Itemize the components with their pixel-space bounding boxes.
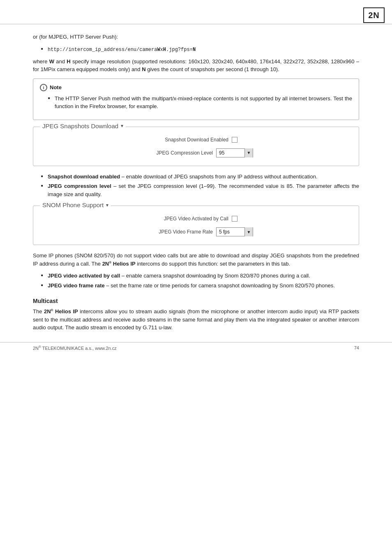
top-border [0, 24, 392, 24]
snom-chevron-icon[interactable]: ▾ [106, 202, 108, 208]
note-title: Note [50, 84, 62, 90]
jpeg-bullet-1: Snapshot download enabled – enable downl… [41, 173, 359, 181]
intro-mjpeg: or (for MJPEG, HTTP Server Push): [33, 33, 359, 41]
jpeg-compression-label: JPEG Compression Level [139, 150, 213, 156]
jpeg-snapshots-label: JPEG Snapshots Download [42, 123, 118, 130]
jpeg-compression-value: 95 [217, 150, 244, 156]
snom-bullet-2: JPEG video frame rate – set the frame ra… [41, 282, 359, 290]
note-text: The HTTP Server Push method with the mul… [48, 95, 352, 111]
logo-mark: 2N [363, 7, 385, 23]
jpeg-bullet-1-bold: Snapshot download enabled [48, 173, 120, 180]
mjpeg-url-item: http://intercom_ip_address/enu/cameraWxH… [41, 45, 359, 53]
note-box: i Note The HTTP Server Push method with … [33, 79, 359, 120]
jpeg-framerate-label: JPEG Video Frame Rate [139, 229, 213, 235]
snom-bullets: JPEG video activated by call – enable ca… [41, 272, 359, 289]
wh-description: where W and H specify image resolution (… [33, 58, 359, 74]
jpeg-bullet-2-bold: JPEG compression level [48, 183, 111, 189]
jpeg-framerate-select[interactable]: 5 fps ▼ [216, 227, 253, 236]
snom-box: SNOM Phone Support ▾ JPEG Video Activate… [33, 206, 359, 245]
snom-title: SNOM Phone Support ▾ [40, 201, 111, 208]
select-arrow-icon[interactable]: ▼ [244, 148, 253, 157]
jpeg-framerate-value: 5 fps [217, 229, 244, 235]
snom-label: SNOM Phone Support [42, 201, 104, 208]
snapshot-download-row: Snapshot Download Enabled [33, 137, 359, 143]
jpeg-framerate-row: JPEG Video Frame Rate 5 fps ▼ [33, 227, 359, 236]
snom-bullet-1: JPEG video activated by call – enable ca… [41, 272, 359, 280]
snom-bullet-1-bold: JPEG video activated by call [48, 273, 120, 279]
info-icon: i [40, 84, 47, 91]
page: 2N or (for MJPEG, HTTP Server Push): htt… [0, 0, 392, 361]
multicast-text: The 2N® Helios IP intercoms allow you to… [33, 308, 359, 332]
jpeg-video-call-row: JPEG Video Activated by Call [33, 216, 359, 222]
footer: 2N® TELEKOMUNIKACE a.s., www.2n.cz 74 [0, 342, 392, 351]
multicast-heading: Multicast [33, 298, 359, 304]
snom-bullet-2-bold: JPEG video frame rate [48, 282, 105, 289]
snom-bullet-1-rest: – enable camera snapshot downloading by … [120, 273, 310, 279]
mjpeg-url: http://intercom_ip_address/enu/cameraWxH… [48, 47, 196, 53]
jpeg-bullets: Snapshot download enabled – enable downl… [41, 173, 359, 199]
url-list: http://intercom_ip_address/enu/cameraWxH… [41, 45, 359, 53]
snom-bullet-2-rest: – set the frame rate or time periods for… [105, 282, 335, 289]
framerate-select-arrow-icon[interactable]: ▼ [244, 227, 253, 236]
jpeg-video-call-label: JPEG Video Activated by Call [154, 216, 228, 222]
snapshot-download-label: Snapshot Download Enabled [154, 137, 228, 143]
note-list: The HTTP Server Push method with the mul… [48, 95, 352, 111]
jpeg-bullet-1-rest: – enable download of JPEG snapshots from… [120, 173, 317, 180]
snom-intro: Some IP phones (SNOM 820/570) do not sup… [33, 252, 359, 268]
jpeg-video-call-checkbox[interactable] [232, 216, 238, 222]
jpeg-snapshots-title: JPEG Snapshots Download ▾ [40, 123, 126, 130]
note-header: i Note [40, 84, 352, 91]
snapshot-download-checkbox[interactable] [232, 137, 238, 143]
jpeg-bullet-2: JPEG compression level – set the JPEG co… [41, 182, 359, 198]
jpeg-compression-row: JPEG Compression Level 95 ▼ [33, 148, 359, 157]
footer-left: 2N® TELEKOMUNIKACE a.s., www.2n.cz [33, 345, 117, 351]
chevron-down-icon[interactable]: ▾ [121, 123, 123, 129]
jpeg-compression-select[interactable]: 95 ▼ [216, 148, 253, 157]
jpeg-snapshots-box: JPEG Snapshots Download ▾ Snapshot Downl… [33, 127, 359, 166]
footer-right: 74 [354, 345, 359, 350]
